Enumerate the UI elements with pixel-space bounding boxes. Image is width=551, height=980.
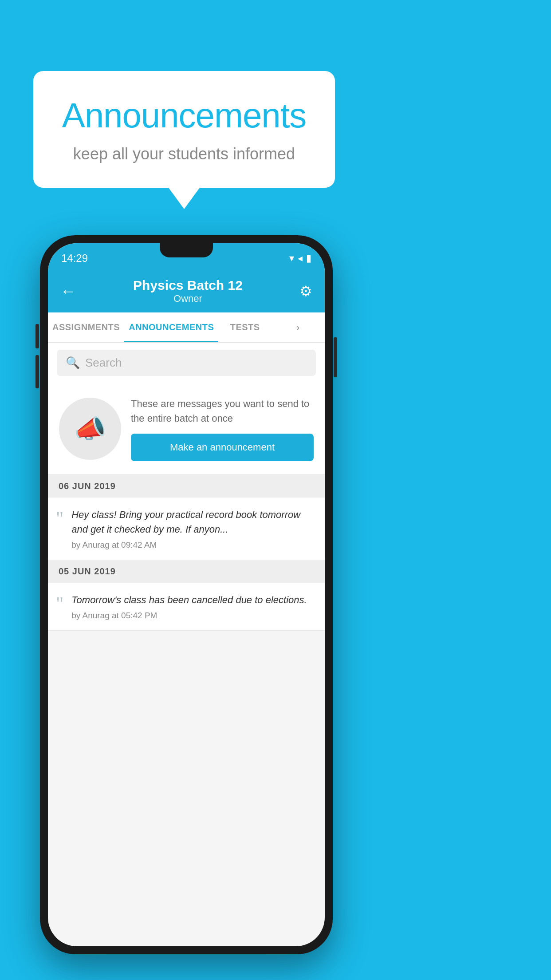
announcement-item-2[interactable]: " Tomorrow's class has been cancelled du… xyxy=(48,583,325,631)
speech-bubble-subtitle: keep all your students informed xyxy=(55,145,313,163)
signal-icon: ◂ xyxy=(298,253,303,264)
announcement-meta-1: by Anurag at 09:42 AM xyxy=(71,540,315,550)
app-header: ← Physics Batch 12 Owner ⚙ xyxy=(48,270,325,312)
tab-tests[interactable]: TESTS xyxy=(218,312,272,342)
promo-icon-circle: 📣 xyxy=(59,398,121,460)
announcement-meta-2: by Anurag at 05:42 PM xyxy=(71,611,315,620)
announcement-message-2: Tomorrow's class has been cancelled due … xyxy=(71,593,315,607)
header-title-block: Physics Batch 12 Owner xyxy=(133,278,243,304)
speech-bubble-container: Announcements keep all your students inf… xyxy=(33,71,335,188)
volume-up-button xyxy=(35,324,39,348)
promo-description: These are messages you want to send to t… xyxy=(131,396,314,426)
tab-more[interactable]: › xyxy=(272,312,325,342)
promo-content: These are messages you want to send to t… xyxy=(131,396,314,461)
promo-card: 📣 These are messages you want to send to… xyxy=(48,383,325,475)
search-container: 🔍 Search xyxy=(48,343,325,383)
phone-notch xyxy=(160,243,213,257)
quote-icon-1: " xyxy=(56,509,63,528)
batch-role: Owner xyxy=(133,293,243,304)
search-bar[interactable]: 🔍 Search xyxy=(57,350,316,376)
date-header-2: 05 JUN 2019 xyxy=(48,560,325,583)
quote-icon-2: " xyxy=(56,594,63,613)
tab-announcements[interactable]: ANNOUNCEMENTS xyxy=(124,312,218,342)
announcement-message-1: Hey class! Bring your practical record b… xyxy=(71,507,315,537)
make-announcement-button[interactable]: Make an announcement xyxy=(131,434,314,461)
speech-bubble: Announcements keep all your students inf… xyxy=(33,71,335,188)
wifi-icon: ▾ xyxy=(289,253,294,264)
announcement-item-1[interactable]: " Hey class! Bring your practical record… xyxy=(48,498,325,560)
tabs-bar: ASSIGNMENTS ANNOUNCEMENTS TESTS › xyxy=(48,312,325,343)
phone-screen: 14:29 ▾ ◂ ▮ ← Physics Batch 12 Owner ⚙ A… xyxy=(48,243,325,946)
search-icon: 🔍 xyxy=(66,356,80,370)
date-header-1: 06 JUN 2019 xyxy=(48,475,325,498)
announcement-text-2: Tomorrow's class has been cancelled due … xyxy=(71,593,315,620)
speech-bubble-title: Announcements xyxy=(55,95,313,136)
battery-icon: ▮ xyxy=(306,253,311,264)
volume-down-button xyxy=(35,355,39,388)
back-button[interactable]: ← xyxy=(60,282,76,300)
search-placeholder: Search xyxy=(85,356,122,370)
power-button xyxy=(334,337,337,377)
batch-title: Physics Batch 12 xyxy=(133,278,243,293)
status-icons: ▾ ◂ ▮ xyxy=(289,253,311,264)
tab-assignments[interactable]: ASSIGNMENTS xyxy=(48,312,124,342)
announcement-text-1: Hey class! Bring your practical record b… xyxy=(71,507,315,550)
status-time: 14:29 xyxy=(61,252,88,265)
settings-icon[interactable]: ⚙ xyxy=(299,283,312,300)
phone-device: 14:29 ▾ ◂ ▮ ← Physics Batch 12 Owner ⚙ A… xyxy=(40,235,333,954)
megaphone-icon: 📣 xyxy=(74,414,106,444)
